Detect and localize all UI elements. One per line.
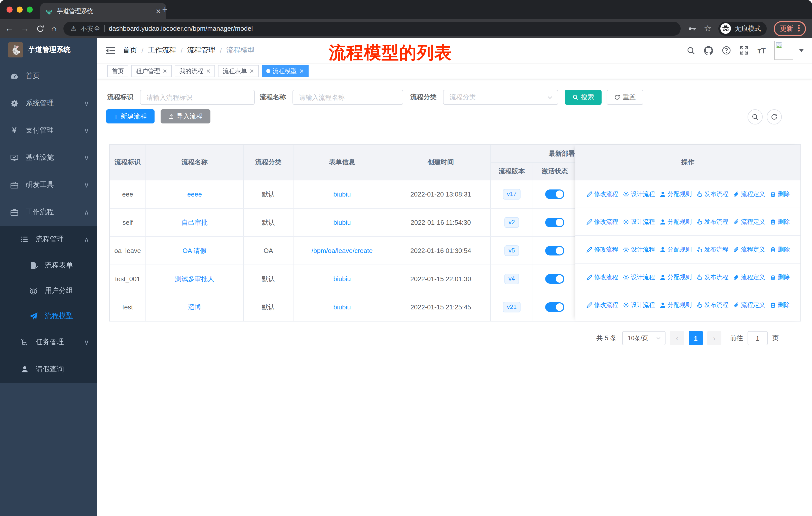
edit-flow-action[interactable]: 修改流程: [586, 273, 618, 281]
tag-flow-form[interactable]: 流程表单✕: [218, 65, 259, 77]
model-name-link[interactable]: eeee: [187, 190, 202, 198]
assign-rule-action[interactable]: 分配规则: [660, 301, 692, 309]
publish-flow-action[interactable]: 发布流程: [696, 217, 728, 226]
edit-flow-action[interactable]: 修改流程: [586, 217, 618, 226]
assign-rule-action[interactable]: 分配规则: [660, 217, 692, 226]
fullscreen-icon[interactable]: [740, 46, 749, 55]
edit-flow-action[interactable]: 修改流程: [586, 301, 618, 309]
model-name-link[interactable]: OA 请假: [182, 246, 206, 255]
model-name-link[interactable]: 测试多审批人: [175, 274, 214, 283]
import-flow-button[interactable]: 导入流程: [161, 109, 210, 124]
search-button[interactable]: 搜索: [565, 90, 602, 105]
sidebar-item-dev-tools[interactable]: 研发工具 ∨: [0, 171, 97, 198]
close-icon[interactable]: ✕: [299, 68, 304, 74]
maximize-window-button[interactable]: [27, 6, 33, 12]
github-icon[interactable]: [704, 46, 714, 55]
active-toggle[interactable]: [545, 274, 564, 284]
breadcrumb-home[interactable]: 首页: [123, 46, 137, 55]
reload-icon[interactable]: [36, 24, 44, 32]
flow-name-input[interactable]: [292, 90, 403, 105]
browser-menu-icon[interactable]: •••: [798, 25, 800, 32]
app-logo-row[interactable]: 🐇 芋道管理系统: [0, 38, 97, 62]
help-icon[interactable]: [722, 46, 731, 55]
sidebar-collapse-icon[interactable]: [97, 46, 123, 55]
avatar-caret-icon[interactable]: [799, 49, 804, 52]
sidebar-item-payment[interactable]: ¥ 支付管理 ∨: [0, 117, 97, 144]
design-flow-action[interactable]: 设计流程: [623, 301, 655, 309]
sidebar-item-infrastructure[interactable]: 基础设施 ∨: [0, 144, 97, 171]
model-name-link[interactable]: 滔博: [188, 303, 201, 312]
close-window-button[interactable]: [6, 6, 12, 12]
publish-flow-action[interactable]: 发布流程: [696, 190, 728, 198]
edit-flow-action[interactable]: 修改流程: [586, 245, 618, 254]
design-flow-action[interactable]: 设计流程: [623, 245, 655, 254]
font-size-icon[interactable]: тT: [757, 46, 766, 55]
flow-id-input[interactable]: [140, 90, 255, 105]
page-size-select[interactable]: 10条/页: [622, 331, 666, 345]
sidebar-item-workflow[interactable]: 工作流程 ∧: [0, 198, 97, 226]
delete-action[interactable]: 删除: [770, 301, 790, 309]
tag-home[interactable]: 首页: [107, 65, 128, 77]
assign-rule-action[interactable]: 分配规则: [660, 273, 692, 281]
next-page-button[interactable]: ›: [707, 331, 721, 345]
form-info-link[interactable]: biubiu: [333, 303, 351, 311]
new-tab-button[interactable]: +: [162, 4, 168, 14]
tag-my-flow[interactable]: 我的流程✕: [175, 65, 215, 77]
delete-action[interactable]: 删除: [770, 273, 790, 281]
create-flow-button[interactable]: + 新建流程: [106, 109, 154, 124]
publish-flow-action[interactable]: 发布流程: [696, 301, 728, 309]
sidebar-item-task-management[interactable]: 任务管理 ∨: [0, 329, 97, 356]
reset-button[interactable]: 重置: [607, 90, 643, 105]
header-search-icon[interactable]: [687, 46, 695, 55]
assign-rule-action[interactable]: 分配规则: [660, 190, 692, 198]
minimize-window-button[interactable]: [17, 6, 23, 12]
form-info-link[interactable]: biubiu: [333, 275, 351, 283]
active-toggle[interactable]: [545, 218, 564, 227]
avatar[interactable]: [774, 41, 793, 60]
form-info-link[interactable]: biubiu: [333, 190, 351, 198]
sidebar-item-flow-management[interactable]: 流程管理 ∧: [0, 226, 97, 253]
form-info-link[interactable]: /bpm/oa/leave/create: [312, 247, 373, 254]
sidebar-item-user-group[interactable]: 用户分组: [0, 278, 97, 303]
browser-update-button[interactable]: 更新 •••: [774, 21, 806, 36]
sidebar-item-system[interactable]: 系统管理 ∨: [0, 90, 97, 117]
close-icon[interactable]: ✕: [206, 68, 210, 74]
publish-flow-action[interactable]: 发布流程: [696, 245, 728, 254]
breadcrumb-workflow[interactable]: 工作流程: [148, 46, 176, 55]
tab-close-icon[interactable]: ✕: [155, 7, 161, 15]
close-icon[interactable]: ✕: [163, 68, 167, 74]
assign-rule-action[interactable]: 分配规则: [660, 245, 692, 254]
prev-page-button[interactable]: ‹: [670, 331, 684, 345]
key-icon[interactable]: [688, 24, 697, 33]
delete-action[interactable]: 删除: [770, 245, 790, 254]
active-toggle[interactable]: [545, 246, 564, 255]
flow-definition-action[interactable]: 流程定义: [733, 301, 765, 309]
show-search-icon-button[interactable]: [748, 109, 763, 125]
bookmark-star-icon[interactable]: ☆: [704, 23, 712, 34]
forward-icon[interactable]: →: [21, 24, 29, 33]
design-flow-action[interactable]: 设计流程: [623, 273, 655, 281]
goto-page-input[interactable]: [748, 331, 768, 345]
flow-definition-action[interactable]: 流程定义: [733, 245, 765, 254]
page-1-button[interactable]: 1: [689, 331, 703, 345]
design-flow-action[interactable]: 设计流程: [623, 190, 655, 198]
delete-action[interactable]: 删除: [770, 217, 790, 226]
close-icon[interactable]: ✕: [250, 68, 254, 74]
tag-tenant[interactable]: 租户管理✕: [132, 65, 172, 77]
model-name-link[interactable]: 自己审批: [181, 218, 208, 227]
address-bar[interactable]: ⚠ 不安全 dashboard.yudao.iocoder.cn/bpm/man…: [64, 21, 681, 35]
breadcrumb-flow-management[interactable]: 流程管理: [187, 46, 215, 55]
sidebar-item-home[interactable]: 首页: [0, 62, 97, 90]
refresh-table-button[interactable]: [767, 109, 782, 125]
publish-flow-action[interactable]: 发布流程: [696, 273, 728, 281]
delete-action[interactable]: 删除: [770, 190, 790, 198]
form-info-link[interactable]: biubiu: [333, 219, 351, 226]
edit-flow-action[interactable]: 修改流程: [586, 190, 618, 198]
browser-tab[interactable]: 芋道管理系统 ✕: [40, 3, 166, 19]
sidebar-item-flow-model[interactable]: 流程模型: [0, 303, 97, 329]
flow-definition-action[interactable]: 流程定义: [733, 190, 765, 198]
sidebar-item-flow-form[interactable]: 流程表单: [0, 253, 97, 278]
home-icon[interactable]: ⌂: [51, 24, 57, 33]
sidebar-item-leave-query[interactable]: 请假查询: [0, 356, 97, 383]
back-icon[interactable]: ←: [5, 24, 13, 33]
